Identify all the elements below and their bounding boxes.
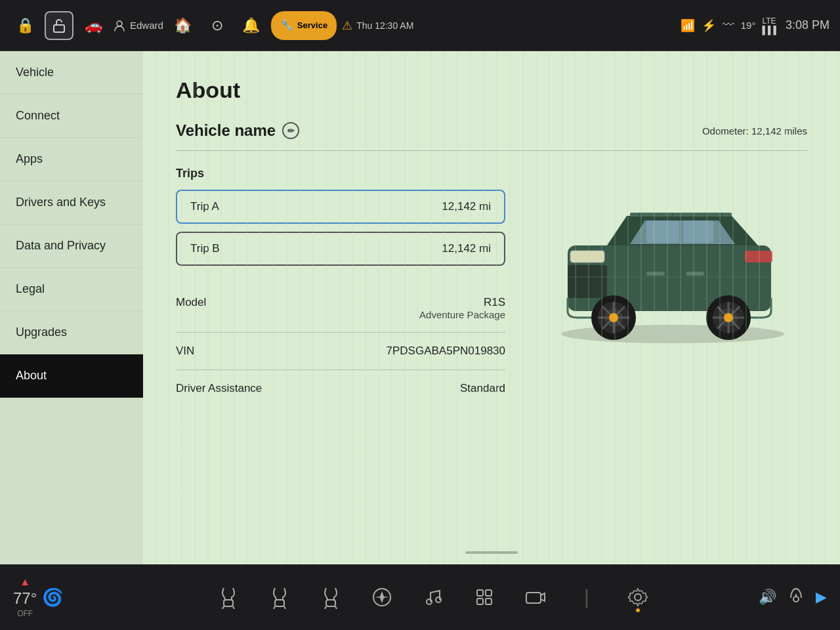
sidebar-item-legal[interactable]: Legal (0, 268, 143, 311)
lock-icon[interactable]: 🔒 (10, 11, 39, 40)
trips-section-label: Trips (176, 167, 505, 180)
svg-rect-7 (570, 251, 604, 262)
sidebar: Vehicle Connect Apps Drivers and Keys Da… (0, 51, 143, 564)
wifi-icon: 📶 (681, 18, 695, 33)
svg-rect-4 (646, 220, 679, 243)
svg-point-25 (724, 313, 733, 322)
temperature-label: 19° (741, 20, 756, 31)
svg-rect-34 (224, 600, 233, 606)
volume-icon[interactable]: 🔊 (759, 589, 776, 606)
svg-rect-0 (54, 25, 64, 32)
settings-icon[interactable] (621, 581, 654, 614)
content-area: About Vehicle name ✏ Odometer: 12,142 mi… (143, 51, 840, 564)
model-row: Model R1S Adventure Package (176, 284, 505, 332)
svg-point-1 (117, 21, 122, 26)
sidebar-item-apps[interactable]: Apps (0, 138, 143, 181)
vin-row: VIN 7PDSGABA5PN019830 (176, 332, 505, 369)
navigation-icon[interactable] (366, 581, 398, 614)
bluetooth-icon: ⚡ (702, 18, 716, 33)
sidebar-item-drivers-keys[interactable]: Drivers and Keys (0, 181, 143, 224)
seat-heat-mid-icon[interactable] (263, 581, 296, 614)
vehicle-name-label: Vehicle name ✏ (176, 121, 299, 140)
vin-value: 7PDSGABA5PN019830 (387, 345, 505, 358)
svg-point-45 (635, 594, 641, 600)
main-area: Vehicle Connect Apps Drivers and Keys Da… (0, 51, 840, 564)
content-body: Trips Trip A 12,142 mi Trip B 12,142 mi … (176, 167, 807, 407)
next-icon[interactable]: ▶ (816, 589, 827, 606)
vehicle-image (541, 180, 791, 350)
sidebar-item-vehicle[interactable]: Vehicle (0, 51, 143, 94)
info-section: Model R1S Adventure Package VIN 7PDSGABA… (176, 284, 505, 407)
odometer-label: Odometer: 12,142 miles (702, 125, 807, 136)
seat-heat-left-icon[interactable] (212, 581, 245, 614)
fan-icon: 🌀 (42, 587, 63, 608)
user-label[interactable]: Edward (113, 19, 163, 32)
music-icon[interactable] (417, 581, 450, 614)
trip-a-label: Trip A (190, 200, 219, 213)
trip-b-label: Trip B (190, 242, 220, 255)
svg-point-46 (793, 597, 799, 602)
heated-steering-icon[interactable] (787, 586, 805, 608)
top-bar: 🔒 🚗 Edward 🏠 ⊙ 🔔 🔧 Service ⚠ Thu 12:30 A… (0, 0, 840, 51)
svg-point-17 (609, 313, 618, 322)
svg-rect-5 (683, 220, 713, 243)
trip-b-button[interactable]: Trip B 12,142 mi (176, 232, 505, 266)
svg-rect-27 (686, 272, 704, 276)
svg-rect-6 (568, 265, 607, 298)
bell-icon[interactable]: 🔔 (237, 11, 266, 40)
settings-unlock-icon[interactable] (45, 11, 74, 40)
svg-rect-26 (646, 272, 665, 276)
datetime-label: ⚠ Thu 12:30 AM (342, 18, 413, 33)
svg-rect-41 (486, 590, 492, 596)
model-value: R1S Adventure Package (419, 296, 505, 320)
climate-controls: ▲ 77° OFF 🌀 (13, 576, 118, 618)
vin-label: VIN (176, 345, 194, 358)
trip-a-button[interactable]: Trip A 12,142 mi (176, 190, 505, 224)
svg-rect-9 (745, 251, 772, 262)
signal-icon: 〰 (723, 18, 734, 32)
camera-icon[interactable] (519, 581, 552, 614)
circle-icon[interactable]: ⊙ (203, 11, 232, 40)
apps-grid-icon[interactable] (468, 581, 501, 614)
trip-a-value: 12,142 mi (442, 200, 491, 213)
svg-rect-42 (477, 598, 483, 604)
bottom-right-controls: 🔊 ▶ (748, 586, 827, 608)
bottom-nav: | (118, 581, 748, 614)
lte-icon: LTE▌▌▌ (762, 16, 779, 35)
sidebar-item-about[interactable]: About (0, 354, 143, 398)
bottom-bar: ▲ 77° OFF 🌀 (0, 564, 840, 630)
service-button[interactable]: 🔧 Service (271, 11, 337, 40)
model-label: Model (176, 296, 206, 309)
divider-icon: | (570, 581, 603, 614)
sidebar-item-upgrades[interactable]: Upgrades (0, 311, 143, 354)
svg-rect-44 (526, 593, 541, 603)
svg-rect-40 (477, 590, 483, 596)
sidebar-item-connect[interactable]: Connect (0, 94, 143, 138)
driver-assistance-value: Standard (460, 382, 505, 395)
seat-heat-right-icon[interactable] (314, 581, 347, 614)
page-title: About (176, 77, 807, 103)
edit-vehicle-name-button[interactable]: ✏ (282, 122, 299, 139)
svg-rect-29 (630, 213, 732, 217)
car-icon[interactable]: 🚗 (79, 11, 108, 40)
scroll-indicator (465, 551, 518, 554)
svg-rect-43 (486, 598, 492, 604)
right-panel (525, 167, 807, 407)
svg-rect-35 (275, 600, 284, 606)
temp-up-button[interactable]: ▲ (20, 576, 30, 588)
vehicle-name-row: Vehicle name ✏ Odometer: 12,142 miles (176, 121, 807, 151)
status-icons: 📶 ⚡ 〰 19° LTE▌▌▌ 3:08 PM (681, 16, 830, 35)
fan-off-label: OFF (17, 609, 33, 618)
driver-assistance-label: Driver Assistance (176, 382, 262, 395)
garage-icon[interactable]: 🏠 (169, 11, 198, 40)
driver-assistance-row: Driver Assistance Standard (176, 369, 505, 407)
clock-label: 3:08 PM (786, 18, 830, 32)
temperature-display: 77° (13, 589, 37, 608)
left-panel: Trips Trip A 12,142 mi Trip B 12,142 mi … (176, 167, 505, 407)
sidebar-item-data-privacy[interactable]: Data and Privacy (0, 224, 143, 268)
trip-b-value: 12,142 mi (442, 242, 491, 255)
svg-rect-36 (326, 600, 335, 606)
